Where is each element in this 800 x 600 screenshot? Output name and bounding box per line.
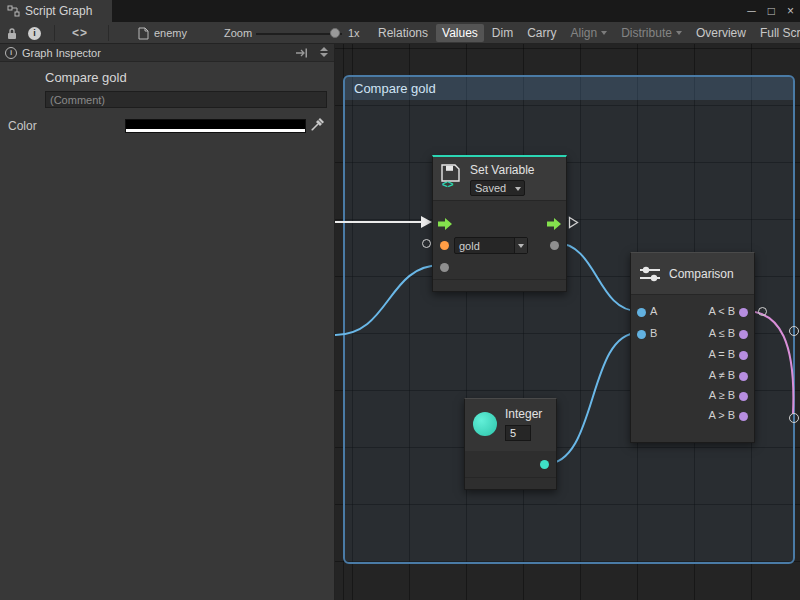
comparison-row: A A < B [631, 302, 754, 323]
node-comparison[interactable]: Comparison A A < B B A ≤ B A = B A ≠ B [630, 252, 755, 443]
script-graph-icon [7, 5, 20, 17]
comparison-row: B A ≤ B [631, 324, 754, 345]
arrow-down-icon [320, 53, 328, 57]
align-dropdown[interactable]: Align [565, 24, 614, 42]
out-neq-label: A ≠ B [709, 369, 735, 381]
variable-name-port[interactable] [440, 241, 449, 250]
graph-canvas[interactable]: Compare gold <> Set Variable Saved [335, 44, 800, 600]
variable-scope-dropdown[interactable]: Saved [470, 180, 525, 196]
out-gt-label: A > B [708, 409, 735, 421]
inspect-toggle-button[interactable]: i [28, 22, 41, 44]
input-a-port[interactable] [637, 308, 646, 317]
script-graph-tab[interactable]: Script Graph [0, 0, 112, 22]
arrow-up-icon [320, 47, 328, 51]
node-integer[interactable]: Integer 5 [464, 398, 557, 490]
panel-scroll-arrows[interactable] [320, 47, 328, 57]
eyedropper-icon[interactable] [310, 117, 325, 132]
lock-button[interactable] [6, 22, 18, 44]
set-variable-header[interactable]: <> Set Variable Saved [433, 157, 566, 201]
zoom-label: Zoom [224, 22, 252, 44]
node-title: Integer [505, 407, 542, 421]
tab-title: Script Graph [25, 4, 92, 18]
values-button[interactable]: Values [436, 24, 484, 42]
maximize-icon[interactable]: □ [768, 4, 775, 18]
out-lte-port[interactable] [739, 330, 748, 339]
close-icon[interactable]: × [787, 4, 794, 18]
offscreen-port-icon[interactable] [789, 413, 799, 423]
lock-icon [6, 27, 18, 40]
relations-button[interactable]: Relations [372, 24, 434, 42]
color-field-label: Color [8, 119, 37, 133]
toolbar-separator [54, 25, 55, 41]
flow-input-port[interactable] [438, 218, 452, 230]
inspected-graph-title: Compare gold [45, 70, 127, 85]
integer-icon [473, 412, 497, 436]
out-lt-label: A < B [708, 305, 735, 317]
integer-body [465, 451, 556, 489]
zoom-value: 1x [348, 22, 360, 44]
node-set-variable[interactable]: <> Set Variable Saved gold [432, 155, 567, 292]
input-b-label: B [650, 327, 657, 339]
value-output-port[interactable] [550, 241, 559, 250]
info-icon: i [28, 27, 41, 40]
input-b-port[interactable] [637, 330, 646, 339]
out-lte-label: A ≤ B [709, 327, 735, 339]
svg-text:<>: <> [442, 179, 454, 189]
graph-inspector-panel: i Graph Inspector Compare gold Color [0, 44, 335, 600]
toolbar-separator [108, 25, 109, 41]
out-eq-port[interactable] [739, 351, 748, 360]
title-bar: Script Graph ─ □ × [0, 0, 800, 22]
variable-name-dropdown[interactable]: gold [454, 237, 528, 254]
color-swatch[interactable] [125, 119, 306, 133]
save-variable-icon: <> [440, 163, 462, 189]
unconnected-port-icon[interactable] [758, 307, 767, 316]
chevron-down-icon [601, 31, 607, 35]
comparison-row: A ≥ B [631, 386, 754, 407]
group-title: Compare gold [354, 81, 436, 96]
out-lt-port[interactable] [739, 308, 748, 317]
integer-value-field[interactable]: 5 [505, 425, 531, 441]
comparison-row: A ≠ B [631, 366, 754, 387]
chevron-down-icon [676, 31, 682, 35]
node-separator [465, 477, 556, 478]
info-icon: i [5, 47, 17, 59]
out-gte-label: A ≥ B [709, 389, 735, 401]
flow-continue-icon[interactable] [568, 216, 579, 229]
minimize-icon[interactable]: ─ [747, 4, 756, 18]
dim-button[interactable]: Dim [486, 24, 519, 42]
carry-button[interactable]: Carry [521, 24, 562, 42]
inspector-title: Graph Inspector [22, 47, 101, 59]
graph-toolbar: i <> enemy Zoom 1x Relations Values Dim … [0, 22, 800, 44]
graph-breadcrumb[interactable]: enemy [138, 22, 187, 44]
comparison-header[interactable]: Comparison [631, 253, 754, 295]
fullscreen-button[interactable]: Full Screen [754, 24, 800, 42]
graph-inspector-header: i Graph Inspector [0, 44, 334, 62]
zoom-slider-handle[interactable] [330, 28, 340, 38]
chevron-down-icon [518, 244, 524, 248]
dock-icon[interactable] [295, 47, 308, 59]
overview-button[interactable]: Overview [690, 24, 752, 42]
comparison-row: A > B [631, 406, 754, 427]
window-controls: ─ □ × [747, 0, 794, 22]
distribute-dropdown[interactable]: Distribute [615, 24, 688, 42]
group-header[interactable]: Compare gold [345, 77, 793, 100]
code-preview-button[interactable]: <> [72, 22, 88, 44]
offscreen-port-icon[interactable] [789, 326, 799, 336]
toolbar-buttons: Relations Values Dim Carry Align Distrib… [372, 22, 800, 44]
comment-input[interactable] [45, 91, 327, 108]
comparison-row: A = B [631, 345, 754, 366]
out-neq-port[interactable] [739, 372, 748, 381]
out-eq-label: A = B [708, 348, 735, 360]
flow-output-port[interactable] [547, 218, 561, 230]
alpha-bar [126, 129, 305, 132]
input-a-label: A [650, 305, 657, 317]
node-title: Comparison [669, 267, 734, 281]
node-separator [433, 279, 566, 280]
integer-output-port[interactable] [540, 460, 549, 469]
out-gt-port[interactable] [739, 412, 748, 421]
chevron-down-icon [515, 187, 521, 191]
comparison-icon [639, 265, 661, 283]
out-gte-port[interactable] [739, 392, 748, 401]
unconnected-port-icon[interactable] [422, 239, 431, 248]
value-input-port[interactable] [440, 263, 449, 272]
